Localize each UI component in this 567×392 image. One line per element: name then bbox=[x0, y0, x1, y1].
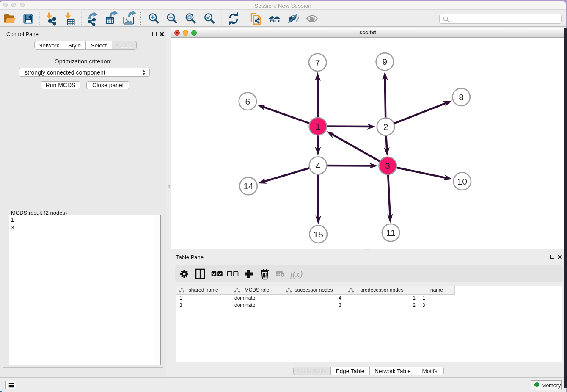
svg-text:4: 4 bbox=[316, 161, 321, 171]
svg-text:f(x): f(x) bbox=[290, 269, 303, 279]
svg-text:7: 7 bbox=[315, 58, 320, 67]
svg-text:6: 6 bbox=[245, 97, 250, 106]
svg-text:10: 10 bbox=[457, 177, 467, 186]
svg-text:14: 14 bbox=[243, 181, 253, 191]
svg-text:9: 9 bbox=[382, 57, 387, 66]
svg-text:8: 8 bbox=[459, 92, 464, 102]
svg-text:1: 1 bbox=[315, 121, 320, 131]
svg-text:15: 15 bbox=[314, 229, 323, 239]
svg-text:2: 2 bbox=[383, 122, 388, 132]
svg-text:11: 11 bbox=[386, 228, 396, 237]
svg-text:3: 3 bbox=[385, 161, 390, 171]
